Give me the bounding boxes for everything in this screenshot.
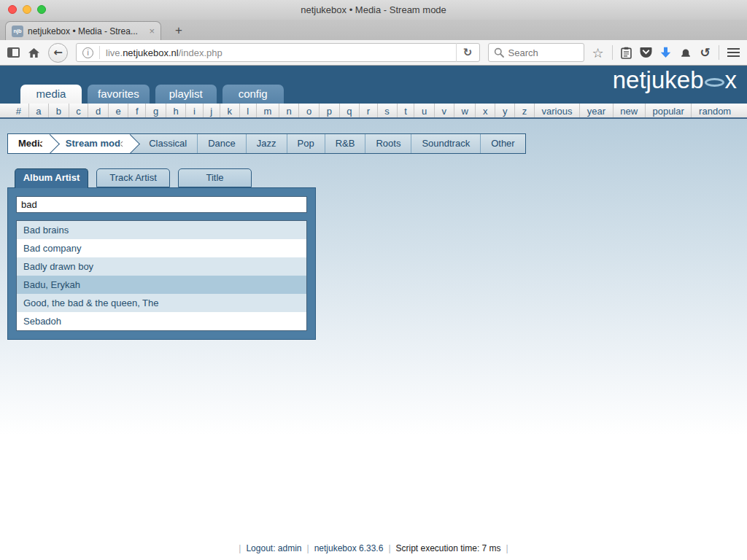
history-sync-button[interactable]: ↺ [700,45,711,60]
site-tab-media[interactable]: media [20,85,82,104]
index-item-k[interactable]: k [220,104,239,117]
result-row-sebadoh[interactable]: Sebadoh [17,312,306,330]
index-item-e[interactable]: e [108,104,128,117]
menu-button[interactable] [727,48,740,57]
site-tabs: mediafavoritesplaylistconfig [20,85,284,104]
browser-tab[interactable]: njb netjukebox • Media - Strea... × [5,21,161,40]
site-info-icon[interactable]: i [82,47,93,58]
index-item-popular[interactable]: popular [645,104,692,117]
result-row-badu-erykah[interactable]: Badu, Erykah [17,276,306,294]
url-path: /index.php [179,47,222,58]
result-row-badly-drawn-boy[interactable]: Badly drawn boy [17,257,306,276]
bookmark-button[interactable]: ☆ [592,45,604,61]
index-item-year[interactable]: year [579,104,613,117]
genre-roots[interactable]: Roots [365,134,411,153]
index-item-m[interactable]: m [256,104,279,117]
genre-r-b[interactable]: R&B [325,134,365,153]
tab-close-icon[interactable]: × [149,26,155,36]
back-button[interactable]: ← [48,43,68,63]
index-item-l[interactable]: l [239,104,256,117]
index-item-w[interactable]: w [454,104,476,117]
index-item-j[interactable]: j [203,104,220,117]
breadcrumb: MediaStream modeClassicalDanceJazzPopR&B… [7,133,526,154]
navigation-toolbar: ← i live.netjukebox.nl/index.php ↻ ☆ ↺ [0,40,747,66]
zoom-window-button[interactable] [37,5,46,14]
reading-list-button[interactable] [621,47,632,59]
site-tab-favorites[interactable]: favorites [88,85,150,104]
index-item-d[interactable]: d [88,104,108,117]
genre-classical[interactable]: Classical [131,134,197,153]
index-item-r[interactable]: r [359,104,377,117]
index-item-v[interactable]: v [434,104,454,117]
index-item-random[interactable]: random [691,104,738,117]
genre-jazz[interactable]: Jazz [246,134,287,153]
index-item-a[interactable]: a [28,104,49,117]
genre-pop[interactable]: Pop [287,134,325,153]
index-item-x[interactable]: x [475,104,495,117]
search-tab-track-artist[interactable]: Track Artist [96,168,170,187]
download-button[interactable] [660,47,671,58]
search-input[interactable] [508,47,574,58]
site-logo: netjukebx [613,66,737,94]
footer-separator: | [307,543,309,553]
result-row-good-the-bad-the-queen-the[interactable]: Good, the bad & the queen, The [17,294,306,312]
breadcrumb-crumb-stream-mode[interactable]: Stream mode [50,134,131,153]
reading-list-icon [621,47,632,59]
index-item-h[interactable]: h [166,104,186,117]
site-header: netjukebx mediafavoritesplaylistconfig [0,66,747,104]
urlbar-divider [99,46,100,59]
index-item-c[interactable]: c [69,104,88,117]
index-item-t[interactable]: t [397,104,414,117]
home-button[interactable] [28,47,40,58]
index-item-i[interactable]: i [185,104,202,117]
filter-input[interactable] [16,196,307,213]
search-tabs: Album ArtistTrack ArtistTitle [15,168,747,187]
index-item-f[interactable]: f [128,104,145,117]
notifications-button[interactable] [679,47,692,58]
index-item-z[interactable]: z [514,104,534,117]
genre-dance[interactable]: Dance [197,134,246,153]
result-row-bad-brains[interactable]: Bad brains [17,221,306,239]
index-item-n[interactable]: n [279,104,299,117]
minimize-window-button[interactable] [23,5,31,14]
site-tab-playlist[interactable]: playlist [155,85,217,104]
pocket-button[interactable] [640,47,652,58]
search-bar[interactable] [488,43,584,62]
search-tab-title[interactable]: Title [178,168,252,187]
genre-other[interactable]: Other [480,134,525,153]
index-item-new[interactable]: new [613,104,645,117]
results-list: Bad brainsBad companyBadly drawn boyBadu… [16,220,307,331]
sidebar-toggle-button[interactable] [7,47,20,58]
close-window-button[interactable] [8,5,17,14]
index-item-various[interactable]: various [534,104,579,117]
hamburger-icon [727,48,740,57]
result-row-bad-company[interactable]: Bad company [17,239,306,257]
index-item-q[interactable]: q [339,104,360,117]
index-item-b[interactable]: b [48,104,69,117]
toolbar-divider [719,45,719,60]
logout-link[interactable]: Logout: admin [246,543,301,553]
index-item-p[interactable]: p [319,104,339,117]
footer: |Logout: admin|netjukebox 6.33.6|Script … [0,543,747,553]
site-tab-config[interactable]: config [222,85,284,104]
breadcrumb-crumb-media[interactable]: Media [8,134,50,153]
index-item-y[interactable]: y [495,104,514,117]
download-icon [660,47,671,58]
browser-tab-title: netjukebox • Media - Strea... [28,26,144,36]
reload-icon: ↻ [463,46,473,59]
index-item-u[interactable]: u [414,104,434,117]
index-item-[interactable]: # [9,104,28,117]
url-bar[interactable]: i live.netjukebox.nl/index.php ↻ [76,43,480,62]
reload-button[interactable]: ↻ [456,43,479,62]
genre-soundtrack[interactable]: Soundtrack [411,134,480,153]
bookmark-star-icon: ☆ [592,45,604,61]
version-link[interactable]: netjukebox 6.33.6 [314,543,384,553]
logo-text-left: netjukeb [613,66,704,93]
index-item-o[interactable]: o [298,104,319,117]
url-text[interactable]: live.netjukebox.nl/index.php [106,47,456,58]
script-time: Script execution time: 7 ms [396,543,501,553]
index-item-s[interactable]: s [377,104,397,117]
search-tab-album-artist[interactable]: Album Artist [15,168,88,188]
index-item-g[interactable]: g [145,104,166,117]
new-tab-button[interactable]: + [169,22,188,39]
